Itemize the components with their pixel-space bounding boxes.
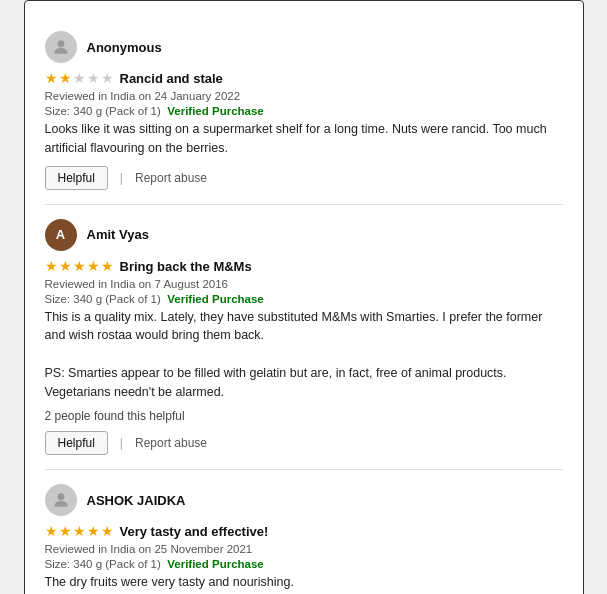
review-title: Bring back the M&Ms: [120, 259, 252, 274]
star-empty: ★: [87, 70, 100, 86]
star-filled: ★: [59, 258, 72, 274]
reviewer-row: ASHOK JAIDKA: [45, 484, 563, 516]
reviewer-name: Anonymous: [87, 40, 162, 55]
review-body: This is a quality mix. Lately, they have…: [45, 308, 563, 402]
title-row: ★★★★★Very tasty and effective!: [45, 522, 563, 540]
verified-badge: Verified Purchase: [167, 105, 264, 117]
star-rating: ★★★★★: [45, 523, 114, 539]
avatar: [45, 484, 77, 516]
review-meta-size: Size: 340 g (Pack of 1) Verified Purchas…: [45, 105, 563, 117]
reviewer-name: ASHOK JAIDKA: [87, 493, 186, 508]
helpful-button[interactable]: Helpful: [45, 166, 108, 190]
review-meta-size: Size: 340 g (Pack of 1) Verified Purchas…: [45, 293, 563, 305]
review-title: Very tasty and effective!: [120, 524, 269, 539]
star-empty: ★: [101, 70, 114, 86]
helpful-button[interactable]: Helpful: [45, 431, 108, 455]
review-item-1: Anonymous★★★★★Rancid and staleReviewed i…: [45, 17, 563, 205]
star-filled: ★: [87, 523, 100, 539]
title-row: ★★★★★Rancid and stale: [45, 69, 563, 87]
star-filled: ★: [101, 258, 114, 274]
review-item-3: ASHOK JAIDKA★★★★★Very tasty and effectiv…: [45, 470, 563, 594]
review-meta-date: Reviewed in India on 7 August 2016: [45, 278, 563, 290]
verified-badge: Verified Purchase: [167, 293, 264, 305]
svg-point-0: [57, 40, 64, 47]
review-item-2: AAmit Vyas★★★★★Bring back the M&MsReview…: [45, 205, 563, 471]
star-filled: ★: [73, 523, 86, 539]
verified-badge: Verified Purchase: [167, 558, 264, 570]
star-filled: ★: [59, 70, 72, 86]
report-abuse-link[interactable]: Report abuse: [135, 436, 207, 450]
title-row: ★★★★★Bring back the M&Ms: [45, 257, 563, 275]
review-meta-date: Reviewed in India on 24 January 2022: [45, 90, 563, 102]
star-rating: ★★★★★: [45, 70, 114, 86]
star-filled: ★: [87, 258, 100, 274]
review-body: The dry fruits were very tasty and nouri…: [45, 573, 563, 592]
review-actions: Helpful|Report abuse: [45, 431, 563, 455]
review-meta-size: Size: 340 g (Pack of 1) Verified Purchas…: [45, 558, 563, 570]
review-actions: Helpful|Report abuse: [45, 166, 563, 190]
star-filled: ★: [101, 523, 114, 539]
helpful-count: 2 people found this helpful: [45, 409, 563, 423]
reviewer-row: AAmit Vyas: [45, 219, 563, 251]
svg-point-1: [57, 494, 64, 501]
star-rating: ★★★★★: [45, 258, 114, 274]
star-empty: ★: [73, 70, 86, 86]
reviewer-name: Amit Vyas: [87, 227, 149, 242]
star-filled: ★: [73, 258, 86, 274]
reviews-card: Anonymous★★★★★Rancid and staleReviewed i…: [24, 0, 584, 594]
star-filled: ★: [45, 70, 58, 86]
report-abuse-link[interactable]: Report abuse: [135, 171, 207, 185]
star-filled: ★: [45, 523, 58, 539]
review-meta-date: Reviewed in India on 25 November 2021: [45, 543, 563, 555]
action-separator: |: [120, 436, 123, 450]
reviewer-row: Anonymous: [45, 31, 563, 63]
star-filled: ★: [59, 523, 72, 539]
review-body: Looks like it was sitting on a supermark…: [45, 120, 563, 158]
review-title: Rancid and stale: [120, 71, 223, 86]
avatar: [45, 31, 77, 63]
action-separator: |: [120, 171, 123, 185]
avatar: A: [45, 219, 77, 251]
star-filled: ★: [45, 258, 58, 274]
